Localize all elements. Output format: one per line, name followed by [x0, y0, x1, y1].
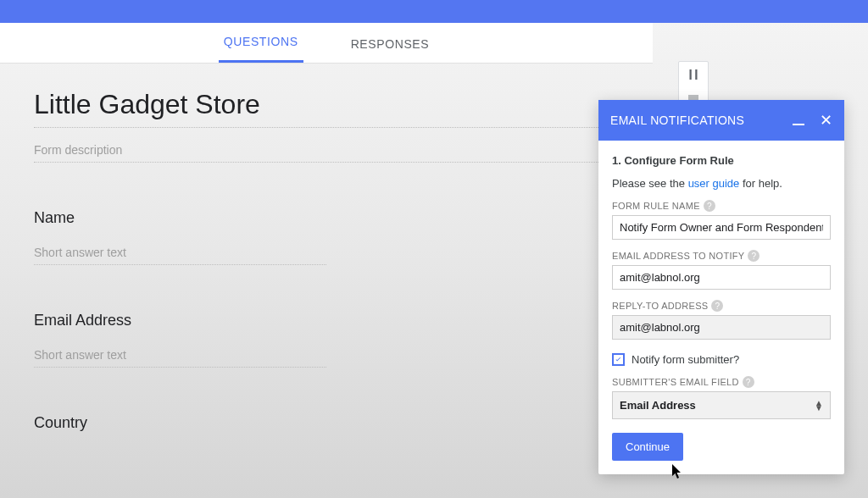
add-icon[interactable] — [686, 67, 701, 82]
help-icon[interactable]: ? — [748, 250, 760, 262]
user-guide-link[interactable]: user guide — [688, 177, 740, 190]
field-label: EMAIL ADDRESS TO NOTIFY — [612, 251, 744, 261]
cursor-icon — [671, 464, 683, 483]
help-icon[interactable]: ? — [704, 200, 715, 212]
tab-responses[interactable]: RESPONSES — [346, 25, 435, 63]
checkbox-icon — [612, 353, 625, 366]
tab-questions[interactable]: QUESTIONS — [219, 23, 303, 63]
svg-rect-1 — [695, 69, 697, 80]
field-label: SUBMITTER'S EMAIL FIELD — [612, 377, 739, 387]
help-icon[interactable]: ? — [711, 300, 723, 312]
field-rule-name: FORM RULE NAME? — [612, 200, 831, 240]
field-label: REPLY-TO ADDRESS — [612, 301, 708, 311]
svg-rect-0 — [690, 69, 692, 80]
help-text: Please see the user guide for help. — [612, 177, 831, 190]
field-reply-to: REPLY-TO ADDRESS? — [612, 300, 831, 340]
checkbox-label: Notify form submitter? — [632, 353, 739, 366]
app-top-bar — [0, 0, 868, 23]
question-answer-hint: Short answer text — [34, 246, 326, 265]
addon-body: 1. Configure Form Rule Please see the us… — [598, 141, 844, 474]
close-icon[interactable]: ✕ — [820, 111, 832, 130]
reply-to-input[interactable] — [612, 315, 831, 340]
help-icon[interactable]: ? — [743, 376, 754, 388]
form-container: QUESTIONS RESPONSES — [0, 23, 653, 64]
step-title: 1. Configure Form Rule — [612, 154, 831, 167]
addon-header: EMAIL NOTIFICATIONS ✕ — [598, 100, 844, 141]
notify-email-input[interactable] — [612, 265, 831, 290]
notify-submitter-checkbox[interactable]: Notify form submitter? — [612, 353, 831, 366]
tabs-row: QUESTIONS RESPONSES — [0, 23, 653, 64]
minimize-icon[interactable] — [793, 115, 804, 125]
field-submitter-email: SUBMITTER'S EMAIL FIELD? Email Address ▲… — [612, 376, 831, 419]
submitter-field-select[interactable]: Email Address ▲▼ — [612, 391, 831, 419]
continue-button[interactable]: Continue — [612, 433, 683, 461]
field-label: FORM RULE NAME — [612, 201, 700, 211]
rule-name-input[interactable] — [612, 215, 831, 240]
chevron-updown-icon: ▲▼ — [815, 401, 823, 411]
question-answer-hint: Short answer text — [34, 348, 326, 368]
addon-panel: EMAIL NOTIFICATIONS ✕ 1. Configure Form … — [598, 100, 844, 474]
field-notify-email: EMAIL ADDRESS TO NOTIFY? — [612, 250, 831, 290]
addon-title: EMAIL NOTIFICATIONS — [610, 113, 744, 127]
